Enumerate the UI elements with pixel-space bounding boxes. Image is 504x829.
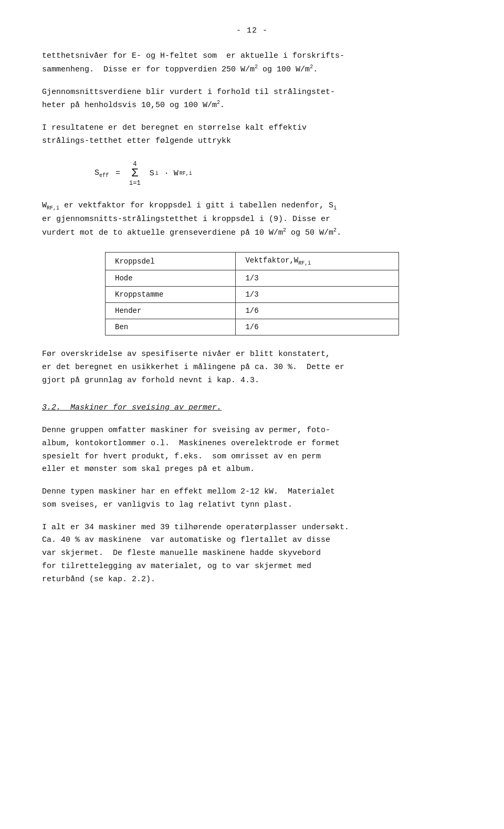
paragraph-1: tetthetsnivåer for E- og H-feltet som er…	[42, 50, 462, 77]
p6-text: Denne gruppen omfatter maskiner for svei…	[42, 426, 340, 474]
table-cell-hender: Hender	[106, 303, 236, 319]
table-row: Hode 1/3	[106, 270, 399, 287]
table-row: Ben 1/6	[106, 319, 399, 335]
formula-lhs: Seff = 4 Σ i=1	[94, 161, 143, 187]
p5-text: Før overskridelse av spesifiserte nivåer…	[42, 350, 344, 385]
page: - 12 - tetthetsnivåer for E- og H-feltet…	[0, 0, 504, 829]
section-32-heading-block: 3.2. Maskiner for sveising av permer.	[42, 402, 462, 415]
table-header-kroppsdel: Kroppsdel	[106, 253, 236, 270]
page-number: - 12 -	[236, 26, 268, 35]
body-parts-table: Kroppsdel Vektfaktor,WRF,i Hode 1/3 Krop…	[105, 252, 399, 335]
table-cell-ben: Ben	[106, 319, 236, 335]
sigma-notation: 4 Σ i=1	[129, 161, 141, 187]
paragraph-3: I resultatene er det beregnet en størrel…	[42, 122, 462, 148]
sigma-symbol: Σ	[131, 168, 138, 180]
table-cell-ben-value: 1/6	[236, 319, 399, 335]
table-row: Hender 1/6	[106, 303, 399, 319]
formula-block: Seff = 4 Σ i=1 Si · WRF,i	[94, 161, 462, 187]
paragraph-5: Før overskridelse av spesifiserte nivåer…	[42, 348, 462, 387]
table-cell-hode: Hode	[106, 270, 236, 287]
table-header-vektfaktor: Vektfaktor,WRF,i	[236, 253, 399, 270]
sigma-bottom: i=1	[129, 180, 141, 187]
p3-text: I resultatene er det beregnet en størrel…	[42, 123, 307, 145]
p4-text: WRF,i er vektfaktor for kroppsdel i gitt…	[42, 201, 341, 237]
p2-text: Gjennomsnittsverdiene blir vurdert i for…	[42, 88, 335, 110]
section-heading-32: 3.2. Maskiner for sveising av permer.	[42, 403, 222, 412]
table-cell-kroppstamme-value: 1/3	[236, 287, 399, 303]
paragraph-7: Denne typen maskiner har en effekt mello…	[42, 486, 462, 512]
p1-text: tetthetsnivåer for E- og H-feltet som er…	[42, 51, 344, 74]
s-label: Seff	[94, 169, 109, 179]
table-cell-kroppstamme: Kroppstamme	[106, 287, 236, 303]
formula-equals: =	[111, 169, 125, 178]
formula-rhs: Si · WRF,i	[145, 169, 192, 178]
table-row: Kroppstamme 1/3	[106, 287, 399, 303]
page-header: - 12 -	[42, 26, 462, 35]
table-cell-hender-value: 1/6	[236, 303, 399, 319]
paragraph-6: Denne gruppen omfatter maskiner for svei…	[42, 424, 462, 476]
p8-text: I alt er 34 maskiner med 39 tilhørende o…	[42, 523, 349, 584]
paragraph-2: Gjennomsnittsverdiene blir vurdert i for…	[42, 86, 462, 113]
paragraph-4: WRF,i er vektfaktor for kroppsdel i gitt…	[42, 200, 462, 239]
paragraph-8: I alt er 34 maskiner med 39 tilhørende o…	[42, 521, 462, 586]
p7-text: Denne typen maskiner har en effekt mello…	[42, 487, 335, 509]
table-cell-hode-value: 1/3	[236, 270, 399, 287]
table-section: Kroppsdel Vektfaktor,WRF,i Hode 1/3 Krop…	[42, 252, 462, 335]
